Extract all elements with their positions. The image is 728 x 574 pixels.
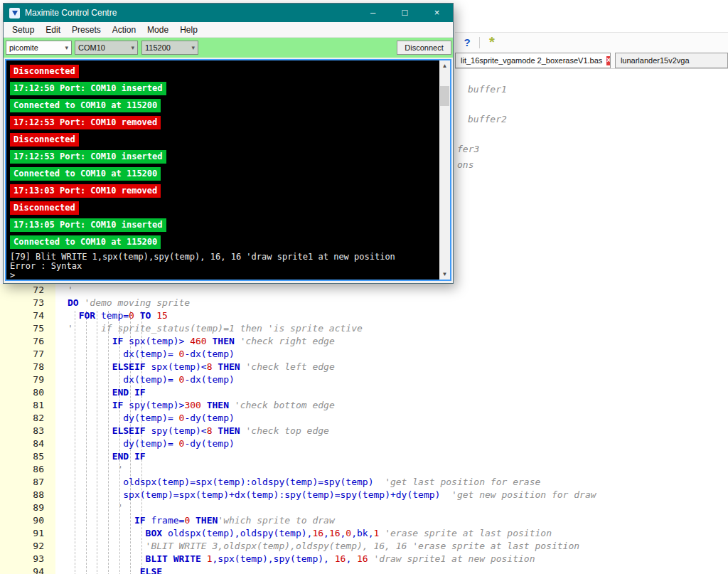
line-number: 86	[0, 463, 55, 476]
terminal[interactable]: Disconnected17:12:50 Port: COM10 inserte…	[5, 59, 451, 281]
line-text: ELSEIF spx(temp)<8 THEN 'check left edge	[55, 361, 335, 373]
line-number: 74	[0, 309, 55, 322]
titlebar[interactable]: Maximite Control Centre – □ ×	[4, 4, 453, 22]
line-number: 94	[0, 565, 55, 574]
terminal-line: 17:12:53 Port: COM10 removed	[10, 115, 439, 132]
line-text: BOX oldspx(temp),oldspy(temp),16,16,0,bk…	[55, 527, 552, 540]
code-line: 73DO 'demo moving sprite	[0, 297, 728, 309]
line-text: FOR temp=0 TO 15	[55, 309, 168, 322]
line-number: 80	[0, 386, 55, 399]
line-number: 84	[0, 437, 55, 450]
terminal-line: Disconnected	[10, 63, 439, 80]
line-number: 91	[0, 527, 55, 540]
line-number: 92	[0, 540, 55, 553]
menu-action[interactable]: Action	[107, 23, 141, 36]
line-text: END IF	[55, 386, 146, 399]
line-text: dy(temp)= 0-dy(temp)	[55, 412, 235, 425]
line-number: 81	[0, 399, 55, 412]
line-text: 'BLIT WRITE 3,oldspx(temp),oldspy(temp),…	[55, 540, 579, 553]
line-text: dx(temp)= 0-dx(temp)	[55, 348, 235, 361]
line-number: 83	[0, 425, 55, 437]
menu-mode[interactable]: Mode	[141, 23, 174, 36]
menubar: SetupEditPresetsActionModeHelp	[4, 22, 453, 38]
code-line: 90 IF frame=0 THEN'which sprite to draw	[0, 514, 728, 527]
menu-help[interactable]: Help	[174, 23, 203, 36]
menu-presets[interactable]: Presets	[66, 23, 107, 36]
line-number: 90	[0, 514, 55, 527]
code-lines: 72'73DO 'demo moving sprite74 FOR temp=0…	[0, 284, 728, 574]
line-text: BLIT WRITE 1,spx(temp),spy(temp), 16, 16…	[55, 553, 535, 565]
line-number: 78	[0, 361, 55, 373]
scroll-up-icon[interactable]: ▲	[439, 60, 450, 71]
scrollbar-thumb[interactable]	[440, 86, 449, 106]
tab-close-icon[interactable]: ×	[606, 56, 611, 65]
chevron-down-icon: ▾	[131, 44, 134, 51]
line-number: 89	[0, 501, 55, 514]
code-fragment: fer3	[457, 144, 479, 154]
code-fragment: ons	[457, 159, 473, 170]
code-line: 91 BOX oldspx(temp),oldspy(temp),16,16,0…	[0, 527, 728, 540]
chevron-down-icon: ▾	[65, 44, 68, 51]
code-line: 78 ELSEIF spx(temp)<8 THEN 'check left e…	[0, 361, 728, 373]
code-area[interactable]: 72'73DO 'demo moving sprite74 FOR temp=0…	[0, 284, 728, 574]
terminal-line: 17:13:05 Port: COM10 inserted	[10, 217, 439, 234]
editor-toolbar: ? *	[455, 32, 728, 52]
terminal-line: Connected to COM10 at 115200	[10, 166, 439, 183]
line-number: 79	[0, 373, 55, 386]
tab-label: lunarlander15v2vga	[621, 56, 690, 65]
chevron-down-icon: ▾	[191, 44, 195, 51]
line-text: spx(temp)=spx(temp)+dx(temp):spy(temp)=s…	[55, 489, 596, 501]
line-text: DO 'demo moving sprite	[55, 297, 190, 309]
port-select-value: COM10	[78, 43, 105, 52]
terminal-scrollbar[interactable]: ▲ ▼	[439, 60, 450, 280]
code-line: 92 'BLIT WRITE 3,oldspx(temp),oldspy(tem…	[0, 540, 728, 553]
terminal-line: Connected to COM10 at 115200	[10, 97, 439, 115]
line-text: '	[55, 284, 73, 297]
close-button[interactable]: ×	[421, 4, 453, 22]
line-text: ELSE	[55, 565, 162, 574]
code-line: 85 END IF	[0, 450, 728, 463]
terminal-line: Disconnected	[10, 200, 439, 217]
line-text: '	[55, 463, 123, 476]
line-number: 82	[0, 412, 55, 425]
tab-label: lit_16sprite_vgamode 2_boxeraseV1.bas	[461, 56, 602, 65]
terminal-line: 17:12:50 Port: COM10 inserted	[10, 80, 439, 97]
terminal-line: Disconnected	[10, 132, 439, 149]
code-line: 82 dy(temp)= 0-dy(temp)	[0, 412, 728, 425]
editor-tab[interactable]: lunarlander15v2vga	[615, 53, 728, 68]
terminal-output[interactable]: Disconnected17:12:50 Port: COM10 inserte…	[6, 60, 439, 280]
line-text: IF spx(temp)> 460 THEN 'check right edge	[55, 335, 335, 348]
scroll-down-icon[interactable]: ▼	[439, 269, 450, 280]
run-icon[interactable]: *	[486, 36, 498, 49]
line-number: 76	[0, 335, 55, 348]
menu-setup[interactable]: Setup	[6, 23, 40, 36]
help-icon[interactable]: ?	[461, 36, 473, 49]
line-number: 87	[0, 476, 55, 489]
window-title: Maximite Control Centre	[25, 8, 357, 18]
editor-tabbar: lit_16sprite_vgamode 2_boxeraseV1.bas×lu…	[455, 52, 728, 69]
code-line: 84 dy(temp)= 0-dy(temp)	[0, 437, 728, 450]
terminal-line: 17:12:53 Port: COM10 inserted	[10, 149, 439, 166]
terminal-line: [79] Blit WRITE 1,spx(temp),spy(temp), 1…	[10, 251, 439, 260]
device-select-value: picomite	[9, 43, 38, 52]
line-text: dx(temp)= 0-dx(temp)	[55, 373, 235, 386]
code-line: 93 BLIT WRITE 1,spx(temp),spy(temp), 16,…	[0, 553, 728, 565]
terminal-line: Connected to COM10 at 115200	[10, 234, 439, 251]
device-select[interactable]: picomite ▾	[6, 41, 72, 55]
terminal-line: 17:13:03 Port: COM10 removed	[10, 183, 439, 200]
maximize-button[interactable]: □	[389, 4, 421, 22]
code-line: 76 IF spx(temp)> 460 THEN 'check right e…	[0, 335, 728, 348]
editor-tab[interactable]: lit_16sprite_vgamode 2_boxeraseV1.bas×	[455, 53, 611, 68]
line-text: ELSEIF spy(temp)<8 THEN 'check top edge	[55, 425, 329, 437]
line-text: END IF	[55, 450, 146, 463]
menu-edit[interactable]: Edit	[40, 23, 66, 36]
minimize-button[interactable]: –	[357, 4, 389, 22]
port-select[interactable]: COM10 ▾	[75, 41, 138, 55]
disconnect-button[interactable]: Disconnect	[397, 41, 451, 55]
baud-select[interactable]: 115200 ▾	[141, 41, 198, 55]
code-line: 89 '	[0, 501, 728, 514]
maximite-control-centre-window: Maximite Control Centre – □ × SetupEditP…	[3, 3, 454, 284]
line-number: 72	[0, 284, 55, 297]
code-fragment: buffer1	[468, 84, 507, 95]
line-text: ' if sprite_status(temp)=1 then 'is spri…	[55, 322, 363, 335]
